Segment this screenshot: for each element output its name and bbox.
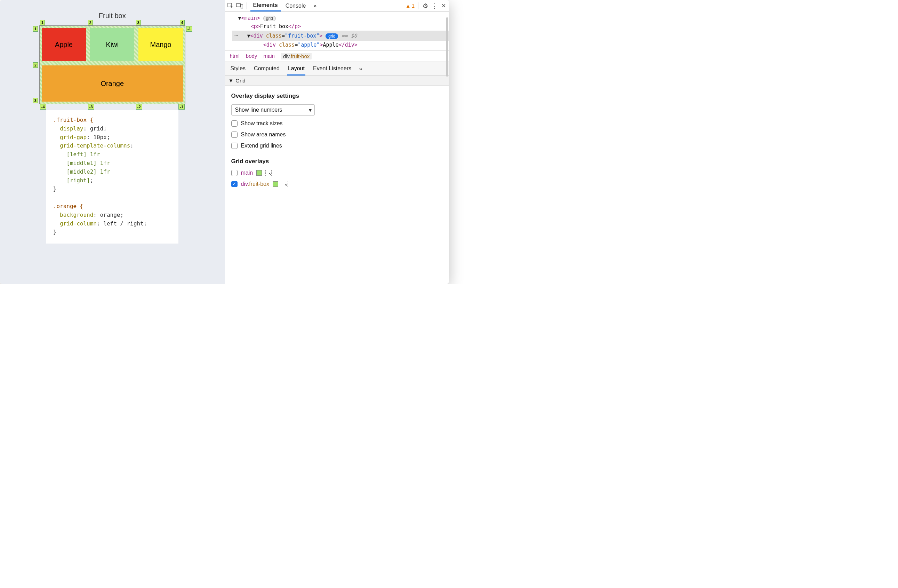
- code-prop: grid-template-columns: [60, 142, 130, 149]
- code-selector: .fruit-box {: [53, 117, 94, 123]
- devtools-toolbar: Elements Console » ▲ 1 ⚙ ⋮ ✕: [225, 0, 449, 12]
- grid-line-badge: 2: [33, 62, 38, 68]
- dom-breadcrumbs: html body main div.fruit-box: [225, 51, 449, 62]
- fruit-box-grid-wrap: 1 2 3 4 1 2 3 -1 -4 -3 -2 -1 Apple Kiwi …: [39, 25, 185, 104]
- code-val: orange: [100, 212, 120, 218]
- overlay-label: main: [241, 170, 253, 176]
- warnings-badge[interactable]: ▲ 1: [406, 3, 415, 9]
- option-show-track-sizes[interactable]: Show track sizes: [231, 120, 443, 127]
- tab-console[interactable]: Console: [283, 1, 309, 11]
- css-code-block: .fruit-box { display: grid; grid-gap: 10…: [46, 110, 178, 243]
- grid-line-badge: 3: [136, 20, 141, 25]
- line-numbers-select[interactable]: Show line numbers: [231, 105, 315, 115]
- code-val: [middle1] 1fr: [66, 160, 110, 166]
- close-icon[interactable]: ✕: [440, 2, 447, 9]
- highlight-icon[interactable]: [265, 170, 272, 176]
- subtab-styles[interactable]: Styles: [230, 64, 247, 75]
- checkbox[interactable]: [231, 131, 238, 138]
- checkbox[interactable]: ✓: [231, 181, 238, 187]
- crumb-body[interactable]: body: [246, 53, 257, 60]
- option-label: Show area names: [241, 131, 286, 138]
- grid-line-badge: 1: [33, 26, 38, 32]
- page-title: Fruit box: [9, 12, 216, 20]
- inspect-icon[interactable]: [227, 2, 234, 9]
- subtabs-overflow[interactable]: »: [359, 64, 362, 75]
- grid-overlays-heading: Grid overlays: [231, 158, 443, 165]
- grid-line-badge: 1: [40, 20, 45, 25]
- cell-mango: Mango: [138, 28, 183, 61]
- cell-apple: Apple: [42, 28, 86, 61]
- code-prop: background: [60, 212, 93, 218]
- scrollbar[interactable]: [446, 17, 448, 77]
- chevron-down-icon: ▼: [229, 78, 234, 83]
- overlay-item-fruit-box[interactable]: ✓ div.fruit-box: [231, 181, 443, 187]
- warnings-count: 1: [412, 3, 415, 9]
- code-brace: }: [53, 185, 57, 192]
- code-val: [middle2] 1fr: [66, 168, 110, 175]
- code-prop: grid-gap: [60, 134, 87, 140]
- code-val: left / right: [103, 220, 144, 227]
- grid-section-header[interactable]: ▼ Grid: [225, 76, 449, 86]
- cell-kiwi: Kiwi: [90, 28, 134, 61]
- crumb-fruit-box[interactable]: div.fruit-box: [281, 53, 312, 60]
- dom-tree[interactable]: ▼<main> grid <p>Fruit box</p> ⋯ ▼<div cl…: [225, 12, 449, 51]
- dom-node-main[interactable]: ▼<main> grid: [232, 14, 449, 22]
- grid-line-badge: -1: [178, 104, 185, 109]
- grid-line-badge: 2: [88, 20, 93, 25]
- devtools-panel: Elements Console » ▲ 1 ⚙ ⋮ ✕ ▼<main> gri…: [224, 0, 449, 284]
- code-val: grid: [90, 125, 104, 132]
- overlay-label: div.fruit-box: [241, 181, 269, 187]
- highlight-icon[interactable]: [282, 181, 288, 187]
- gear-icon[interactable]: ⚙: [422, 2, 429, 9]
- overlay-settings-heading: Overlay display settings: [231, 92, 443, 100]
- subtab-layout[interactable]: Layout: [287, 64, 305, 75]
- code-val: 10px: [93, 134, 107, 140]
- dom-node-p[interactable]: <p>Fruit box</p>: [232, 22, 449, 31]
- svg-rect-2: [241, 5, 243, 8]
- device-toggle-icon[interactable]: [236, 2, 243, 9]
- grid-badge[interactable]: grid: [263, 15, 276, 21]
- cell-orange: Orange: [42, 65, 183, 102]
- code-brace: }: [53, 229, 57, 235]
- grid-line-badge: 4: [180, 20, 185, 25]
- checkbox[interactable]: [231, 120, 238, 127]
- fruit-box-grid: Apple Kiwi Mango Orange: [39, 25, 185, 104]
- layout-panel-body: Overlay display settings Show line numbe…: [225, 86, 449, 284]
- grid-line-badge: -2: [136, 104, 142, 109]
- subtab-computed[interactable]: Computed: [253, 64, 280, 75]
- overlay-item-main[interactable]: main: [231, 170, 443, 176]
- code-val: [left] 1fr: [66, 151, 100, 158]
- grid-line-badge: 3: [33, 98, 38, 103]
- separator: [418, 2, 418, 9]
- grid-section-label: Grid: [235, 78, 245, 83]
- dom-node-fruit-box[interactable]: ⋯ ▼<div class="fruit-box"> grid == $0: [232, 31, 449, 41]
- tabs-overflow[interactable]: »: [311, 1, 319, 11]
- crumb-main[interactable]: main: [263, 53, 275, 60]
- color-swatch[interactable]: [256, 170, 262, 176]
- select-value: Show line numbers: [235, 107, 282, 113]
- subtab-event-listeners[interactable]: Event Listeners: [312, 64, 352, 75]
- checkbox[interactable]: [231, 143, 238, 149]
- option-label: Extend grid lines: [241, 143, 282, 149]
- page-viewport: Fruit box 1 2 3 4 1 2 3 -1 -4 -3 -2 -1 A…: [0, 0, 224, 284]
- code-prop: grid-column: [60, 220, 97, 227]
- color-swatch[interactable]: [273, 181, 278, 187]
- option-extend-grid-lines[interactable]: Extend grid lines: [231, 143, 443, 149]
- code-val: [right]: [66, 177, 90, 184]
- selected-node-indicator: == $0: [338, 33, 357, 39]
- more-actions-icon[interactable]: ⋯: [232, 31, 241, 41]
- grid-line-badge: -1: [186, 26, 192, 32]
- grid-line-badge: -3: [88, 104, 94, 109]
- dom-node-apple[interactable]: <div class="apple">Apple</div>: [232, 41, 449, 49]
- option-show-area-names[interactable]: Show area names: [231, 131, 443, 138]
- option-label: Show track sizes: [241, 120, 283, 127]
- svg-rect-1: [236, 3, 240, 7]
- checkbox[interactable]: [231, 170, 238, 176]
- crumb-html[interactable]: html: [230, 53, 240, 60]
- grid-badge[interactable]: grid: [326, 34, 338, 39]
- tab-elements[interactable]: Elements: [251, 0, 281, 11]
- code-selector: .orange {: [53, 203, 83, 209]
- kebab-menu-icon[interactable]: ⋮: [431, 2, 438, 9]
- code-prop: display: [60, 125, 83, 132]
- styles-subtabs: Styles Computed Layout Event Listeners »: [225, 62, 449, 76]
